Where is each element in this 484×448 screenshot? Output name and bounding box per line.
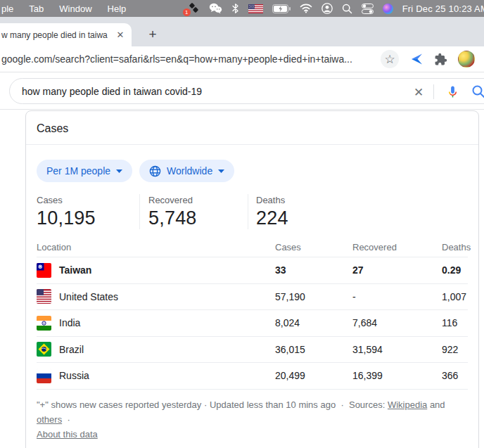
page-divider [0, 109, 484, 110]
dot-separator: · [67, 414, 70, 425]
per-1m-people-dropdown[interactable]: Per 1M people [37, 160, 132, 182]
row-location: Russia [59, 370, 89, 381]
row-deaths: 0.29 [442, 264, 468, 276]
worldwide-dropdown[interactable]: Worldwide [139, 160, 234, 182]
wikipedia-link[interactable]: Wikipedia [388, 399, 427, 410]
india-flag-icon [37, 316, 51, 331]
extensions-puzzle-icon[interactable] [434, 53, 447, 66]
header-location: Location [37, 242, 275, 252]
row-recovered: 27 [352, 264, 442, 276]
chevron-down-icon [116, 169, 122, 173]
summary-stats: Cases 10,195 Recovered 5,748 Deaths 224 [37, 194, 468, 229]
account-icon[interactable] [321, 2, 333, 15]
stat-recovered: Recovered 5,748 [139, 194, 248, 229]
about-this-data-link[interactable]: About this data [37, 429, 98, 440]
active-tab[interactable]: w many people died in taiwa ✕ [0, 23, 132, 46]
bookmark-star-icon[interactable]: ☆ [381, 50, 399, 68]
notification-badge: 1 [183, 8, 191, 16]
row-deaths: 366 [442, 370, 468, 381]
russia-flag-icon [37, 369, 51, 383]
google-search-box[interactable]: how many people died in taiwan covid-19 … [9, 78, 484, 104]
us-flag-icon [37, 289, 51, 304]
search-query-text[interactable]: how many people died in taiwan covid-19 [10, 86, 202, 97]
row-recovered: 7,684 [352, 317, 442, 328]
brazil-flag-icon [37, 342, 51, 357]
and-text: and [430, 399, 445, 410]
chevron-down-icon [218, 169, 224, 173]
address-bar[interactable]: google.com/search?client=safari&rls=en&q… [0, 53, 352, 65]
clear-search-icon[interactable]: ✕ [411, 84, 426, 100]
app-notification-icon[interactable]: 1 [187, 2, 200, 15]
table-row-taiwan: Taiwan 33 27 0.29 [37, 257, 468, 284]
taiwan-flag-icon [37, 263, 51, 278]
row-location: India [59, 317, 80, 328]
row-cases: 8,024 [275, 317, 352, 328]
updated-text: Updated less than 10 mins ago [210, 399, 336, 410]
wifi-icon[interactable] [300, 2, 312, 15]
stat-deaths-label: Deaths [256, 195, 468, 205]
menu-item-app[interactable]: ple [1, 4, 13, 14]
sources-label: Sources: [349, 399, 385, 410]
menu-bar-clock[interactable]: Fri Dec 25 10:23 AM [402, 4, 484, 14]
menu-item-window[interactable]: Window [59, 4, 91, 14]
table-row-united-states: United States 57,190 - 1,007 [37, 284, 468, 311]
filter-chips: Per 1M people Worldwide [37, 160, 468, 182]
row-recovered: - [352, 291, 442, 302]
control-center-icon[interactable] [362, 2, 374, 15]
stat-cases-label: Cases [37, 195, 139, 205]
wechat-icon[interactable] [209, 2, 222, 15]
siri-icon[interactable] [383, 4, 393, 14]
row-deaths: 1,007 [442, 291, 468, 302]
dot-separator: · [204, 399, 207, 410]
worldwide-label: Worldwide [167, 165, 212, 177]
table-header-row: Location Cases Recovered Deaths [37, 238, 468, 257]
others-link[interactable]: others [37, 414, 62, 425]
tab-title: w many people died in taiwa [1, 30, 110, 40]
row-deaths: 922 [442, 344, 468, 355]
stat-cases: Cases 10,195 [37, 194, 139, 229]
star-glyph: ☆ [384, 52, 395, 67]
search-divider [433, 84, 434, 99]
extension-shortcut-icon[interactable] [409, 52, 424, 66]
row-cases: 57,190 [275, 291, 352, 302]
disclaimer-text: "+" shows new cases reported yesterday [37, 399, 201, 410]
row-deaths: 116 [442, 317, 468, 328]
stat-recovered-value: 5,748 [148, 207, 248, 229]
stat-deaths-value: 224 [256, 207, 468, 229]
battery-icon[interactable] [272, 2, 291, 15]
macos-menu-bar: ple Tab Window Help 1 [0, 0, 484, 17]
us-flag-icon[interactable] [248, 2, 263, 15]
search-submit-icon[interactable] [471, 84, 484, 102]
row-location: United States [59, 291, 118, 302]
header-cases: Cases [275, 242, 352, 252]
per-1m-label: Per 1M people [46, 165, 110, 177]
row-cases: 20,499 [275, 370, 352, 381]
stat-deaths: Deaths 224 [248, 194, 468, 229]
chrome-toolbar: google.com/search?client=safari&rls=en&q… [0, 46, 484, 72]
chrome-tab-strip: w many people died in taiwa ✕ + [0, 17, 484, 46]
row-cases: 33 [275, 264, 352, 276]
spotlight-search-icon[interactable] [342, 2, 352, 15]
menu-items: ple Tab Window Help [1, 4, 126, 14]
row-location: Taiwan [59, 264, 91, 276]
row-recovered: 16,399 [352, 370, 442, 381]
data-disclaimer: "+" shows new cases reported yesterday ·… [37, 397, 468, 442]
locations-table: Location Cases Recovered Deaths Taiwan [37, 238, 468, 390]
globe-icon [149, 165, 161, 177]
row-recovered: 31,594 [352, 344, 442, 355]
table-row-brazil: Brazil 36,015 31,594 922 [37, 337, 468, 364]
covid-cases-card: Cases Per 1M people Worldwide Cases [25, 110, 479, 448]
voice-search-icon[interactable] [446, 84, 459, 102]
menu-item-help[interactable]: Help [108, 4, 127, 14]
tab-close-icon[interactable]: ✕ [115, 30, 126, 41]
header-recovered: Recovered [352, 242, 442, 252]
row-cases: 36,015 [275, 344, 352, 355]
bluetooth-icon[interactable] [231, 2, 239, 15]
table-row-india: India 8,024 7,684 116 [37, 310, 468, 337]
menu-item-tab[interactable]: Tab [29, 4, 44, 14]
new-tab-button[interactable]: + [144, 25, 162, 44]
dot-separator: · [340, 399, 343, 410]
header-deaths: Deaths [442, 242, 471, 252]
profile-avatar[interactable] [458, 51, 475, 68]
stat-cases-value: 10,195 [37, 207, 139, 229]
